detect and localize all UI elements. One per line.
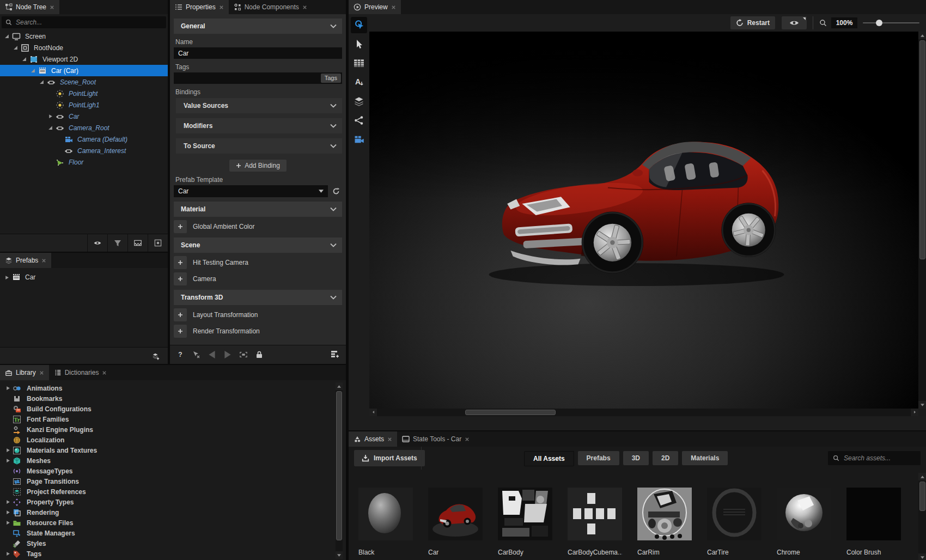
select-tool[interactable] [351, 36, 367, 52]
asset-item-chrome[interactable]: Chrome [777, 488, 831, 556]
text-tool[interactable]: A [351, 74, 367, 90]
asset-item-carrim[interactable]: CarRim [637, 488, 692, 556]
tab-prefabs[interactable]: Prefabs [0, 253, 51, 268]
scroll-thumb[interactable] [465, 410, 556, 415]
close-icon[interactable] [387, 437, 392, 442]
tree-item-car-car[interactable]: Car (Car) [0, 65, 168, 76]
tab-preview[interactable]: Preview [349, 0, 401, 14]
asset-item-black[interactable]: Black [358, 488, 413, 556]
asset-item-carbodycubema[interactable]: CarBodyCubema... [568, 488, 622, 556]
interact-tool[interactable] [351, 17, 367, 33]
scroll-thumb[interactable] [919, 482, 925, 511]
filter-2d[interactable]: 2D [653, 451, 678, 465]
asset-item-color-brush[interactable]: Color Brush [846, 488, 901, 556]
scroll-thumb[interactable] [336, 391, 342, 540]
focus-frame-button[interactable] [240, 351, 247, 358]
tab-assets[interactable]: Assets [349, 431, 397, 447]
section-header-transform-3d[interactable]: Transform 3D [174, 290, 342, 305]
close-icon[interactable] [465, 437, 470, 442]
close-icon[interactable] [102, 370, 107, 375]
scroll-down-button[interactable] [336, 551, 343, 559]
scroll-thumb[interactable] [919, 40, 925, 259]
library-item-animations[interactable]: Animations [4, 383, 346, 393]
preview-horizontal-scrollbar[interactable] [369, 409, 918, 416]
asset-item-carbody[interactable]: CarBody [498, 488, 552, 556]
preview-viewport[interactable] [369, 32, 918, 409]
library-item-localization[interactable]: Localization [4, 435, 346, 445]
close-icon[interactable] [41, 258, 46, 263]
binding-group-modifiers[interactable]: Modifiers [176, 118, 342, 133]
name-field[interactable]: Car [174, 47, 342, 59]
expander-icon[interactable] [29, 68, 36, 73]
library-item-font-families[interactable]: TrFont Families [4, 414, 346, 424]
asset-item-car[interactable]: Car [428, 488, 483, 556]
expander-icon[interactable] [3, 34, 10, 39]
add-render-transformation-button[interactable] [174, 325, 187, 338]
options-button[interactable] [148, 234, 168, 252]
grid-tool[interactable] [351, 55, 367, 71]
expander-icon[interactable] [4, 386, 11, 391]
tree-item-scene-root[interactable]: Scene_Root [0, 76, 168, 88]
expander-icon[interactable] [4, 500, 11, 504]
expander-icon[interactable] [4, 448, 11, 453]
camera-tool[interactable] [351, 131, 367, 148]
library-item-build-configurations[interactable]: Build Configurations [4, 404, 346, 414]
tags-field[interactable]: Tags [174, 72, 342, 84]
library-item-resource-files[interactable]: Resource Files [4, 518, 346, 528]
scroll-up-button[interactable] [918, 473, 926, 480]
assets-scrollbar[interactable] [918, 473, 926, 560]
library-item-tags[interactable]: Tags [4, 549, 346, 559]
close-icon[interactable] [219, 5, 224, 10]
filter-prefabs[interactable]: Prefabs [578, 451, 619, 465]
tree-item-rootnode[interactable]: RootNode [0, 42, 168, 53]
tab-state-tools[interactable]: State Tools - Car [397, 431, 474, 447]
expander-icon[interactable] [3, 275, 10, 280]
t ab-node-components[interactable]: Node Components [229, 0, 312, 14]
library-item-property-types[interactable]: Property Types [4, 497, 346, 507]
expander-icon[interactable] [4, 510, 11, 515]
library-scrollbar[interactable] [336, 382, 343, 559]
scroll-down-button[interactable] [918, 553, 926, 560]
zoom-slider[interactable] [863, 16, 919, 29]
tree-item-car[interactable]: Car [0, 111, 168, 122]
add-camera-button[interactable] [174, 272, 187, 285]
tree-item-pointlight[interactable]: PointLight [0, 88, 168, 99]
layers-tool[interactable] [351, 93, 367, 109]
filter-materials[interactable]: Materials [682, 451, 728, 465]
scroll-up-button[interactable] [336, 382, 343, 390]
import-assets-button[interactable]: Import Assets [354, 450, 425, 466]
section-header-general[interactable]: General [174, 19, 342, 34]
connections-tool[interactable] [351, 112, 367, 129]
visualization-button[interactable] [782, 16, 807, 29]
binding-group-to-source[interactable]: To Source [176, 138, 342, 154]
tags-button[interactable]: Tags [321, 74, 341, 83]
tree-item-screen[interactable]: Screen [0, 31, 168, 42]
tab-library[interactable]: Library [0, 365, 49, 380]
library-item-materials-and-textures[interactable]: Materials and Textures [4, 445, 346, 455]
slider-thumb[interactable] [876, 20, 882, 26]
binding-group-value-sources[interactable]: Value Sources [176, 98, 342, 113]
lock-button[interactable] [255, 351, 263, 358]
tab-node-tree[interactable]: Node Tree [0, 0, 59, 14]
tree-item-car[interactable]: Car [0, 271, 168, 283]
add-binding-button[interactable]: Add Binding [229, 160, 287, 172]
filter-3d[interactable]: 3D [623, 451, 649, 465]
filter-all-assets[interactable]: All Assets [524, 451, 574, 466]
tab-dictionaries[interactable]: Dictionaries [49, 365, 112, 380]
section-header-material[interactable]: Material [174, 202, 342, 217]
forward-button[interactable] [224, 351, 232, 358]
expander-icon[interactable] [4, 551, 11, 556]
library-item-page-transitions[interactable]: Page Transitions [4, 476, 346, 486]
expander-icon[interactable] [38, 80, 45, 84]
prefab-template-dropdown[interactable]: Car [174, 185, 328, 197]
tree-item-pointligh1[interactable]: PointLigh1 [0, 99, 168, 111]
section-header-scene[interactable]: Scene [174, 238, 342, 253]
library-item-bookmarks[interactable]: Bookmarks [4, 393, 346, 404]
zoom-level-value[interactable]: 100% [831, 17, 857, 28]
back-button[interactable] [208, 351, 216, 358]
add-layout-transformation-button[interactable] [174, 308, 187, 321]
close-icon[interactable] [50, 5, 54, 10]
library-item-styles[interactable]: Styles [4, 538, 346, 549]
preview-vertical-scrollbar[interactable] [918, 32, 926, 409]
filter-button[interactable] [107, 234, 127, 252]
